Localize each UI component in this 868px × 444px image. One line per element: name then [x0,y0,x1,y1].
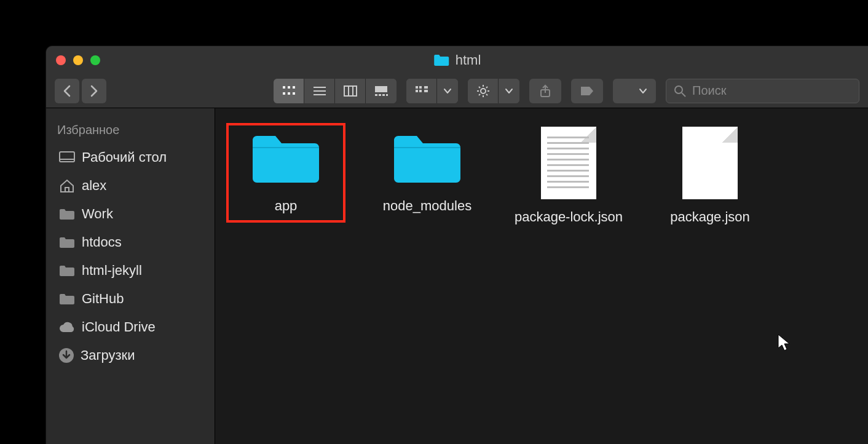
svg-rect-35 [60,152,74,162]
svg-rect-1 [288,86,290,89]
tags-button[interactable] [571,79,603,103]
folder-icon [58,236,76,249]
sidebar-item-downloads[interactable]: Загрузки [53,341,207,370]
sidebar-item-label: alex [82,178,106,194]
svg-rect-37 [65,188,69,192]
sidebar-item-work[interactable]: Work [53,200,207,228]
svg-rect-12 [375,86,387,92]
sidebar-item-home[interactable]: alex [53,172,207,200]
sidebar-item-github[interactable]: GitHub [53,285,207,313]
svg-line-34 [682,93,685,97]
search-icon [674,85,686,97]
sidebar-item-html-jekyll[interactable]: html-jekyll [53,256,207,285]
cloud-icon [58,321,76,333]
svg-rect-15 [382,94,385,96]
svg-rect-21 [424,86,428,89]
finder-window: html [46,46,868,444]
sidebar-item-icloud[interactable]: iCloud Drive [53,313,207,341]
minimize-button[interactable] [73,55,83,65]
window-body: Избранное Рабочий стол alex Work htdocs … [46,108,868,444]
svg-line-28 [479,87,480,88]
svg-rect-16 [386,94,388,96]
titlebar: html [46,46,868,74]
sidebar-item-label: iCloud Drive [82,319,156,335]
cursor-icon [776,333,791,352]
file-icon [541,127,596,199]
gear-button[interactable] [468,79,499,103]
gallery-view-button[interactable] [366,79,397,103]
svg-rect-17 [416,86,418,89]
sidebar-item-label: GitHub [82,291,124,307]
svg-line-30 [479,94,480,95]
nav-group [55,79,106,103]
action-menu [468,79,519,103]
search-input[interactable] [692,84,851,98]
folder-icon [249,127,323,188]
sidebar-heading: Избранное [53,119,207,143]
sidebar: Избранное Рабочий стол alex Work htdocs … [46,108,215,444]
zoom-button[interactable] [90,55,100,65]
view-switcher [274,79,397,103]
icon-view-button[interactable] [274,79,304,103]
svg-rect-20 [419,90,422,92]
svg-rect-5 [293,92,295,95]
svg-rect-14 [379,94,381,96]
folder-icon [390,127,464,188]
share-button[interactable] [529,79,561,103]
folder-item-app[interactable]: app [227,124,344,221]
svg-rect-2 [293,86,295,89]
home-icon [58,178,76,193]
sidebar-item-label: html-jekyll [82,263,142,279]
extra-dropdown[interactable] [613,79,656,103]
content-area[interactable]: app node_modules package-lock.json [215,108,868,444]
folder-icon [58,264,76,277]
column-view-button[interactable] [335,79,366,103]
svg-rect-9 [344,86,357,96]
svg-line-31 [486,87,487,88]
group-by [406,79,458,103]
folder-icon [58,292,76,306]
sidebar-item-label: htdocs [82,234,122,250]
sidebar-item-label: Загрузки [81,347,135,363]
download-icon [58,347,74,363]
toolbar [46,74,868,108]
svg-point-23 [481,89,486,93]
item-label: app [275,197,298,215]
folder-item-node-modules[interactable]: node_modules [369,124,486,215]
back-button[interactable] [55,79,79,103]
svg-rect-18 [419,86,422,89]
sidebar-item-htdocs[interactable]: htdocs [53,228,207,256]
close-button[interactable] [56,55,66,65]
sidebar-item-label: Рабочий стол [82,149,167,165]
desktop-icon [58,151,76,164]
svg-rect-19 [416,90,418,92]
sidebar-item-label: Work [82,206,113,222]
forward-button[interactable] [82,79,106,103]
sidebar-item-desktop[interactable]: Рабочий стол [53,143,207,172]
group-button[interactable] [406,79,437,103]
group-dropdown[interactable] [437,79,458,103]
file-item-package-json[interactable]: package.json [652,124,768,226]
search-field[interactable] [666,79,859,103]
traffic-lights [56,55,100,65]
window-title: html [433,52,481,68]
svg-rect-13 [375,94,377,96]
item-label: node_modules [383,197,471,215]
file-icon [682,127,738,199]
window-title-text: html [456,52,481,68]
gear-dropdown[interactable] [499,79,519,103]
svg-rect-0 [283,86,285,89]
svg-line-29 [486,94,487,95]
folder-icon [58,207,76,221]
svg-rect-3 [283,92,285,95]
list-view-button[interactable] [304,79,335,103]
svg-point-33 [675,86,682,93]
item-label: package.json [670,208,750,226]
file-item-package-lock[interactable]: package-lock.json [510,124,627,226]
svg-rect-22 [424,90,428,92]
folder-icon [433,54,449,67]
item-label: package-lock.json [515,208,623,226]
svg-rect-4 [288,92,290,95]
